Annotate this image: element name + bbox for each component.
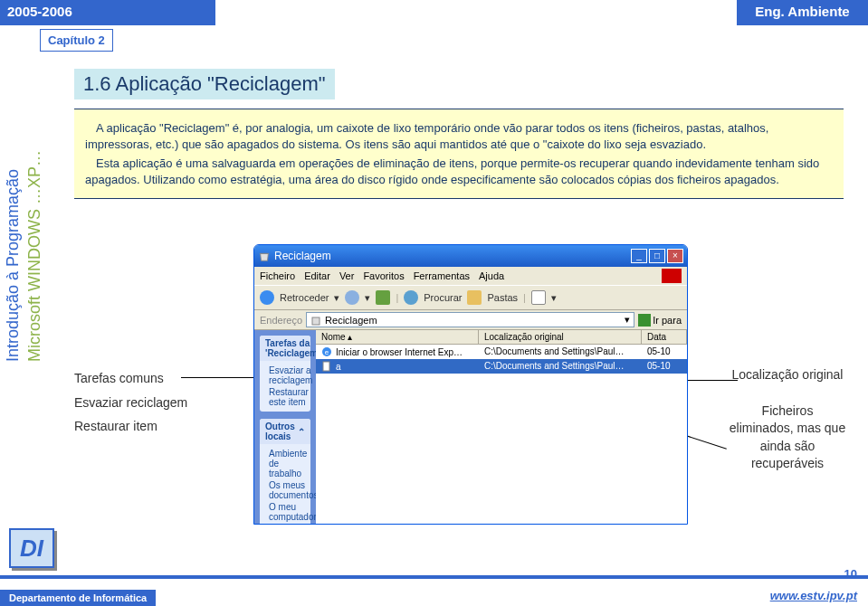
- go-label: Ir para: [653, 315, 682, 326]
- menu-ver[interactable]: Ver: [339, 270, 355, 281]
- col-nome[interactable]: Nome ▴: [316, 330, 479, 344]
- col-localizacao[interactable]: Localização original: [479, 330, 642, 344]
- column-headers: Nome ▴ Localização original Data: [316, 330, 687, 345]
- file-row[interactable]: eIniciar o browser Internet Exp… C:\Docu…: [316, 345, 687, 359]
- file-row[interactable]: a C:\Documents and Settings\Paul… 05-10: [316, 359, 687, 374]
- folders-icon[interactable]: [467, 290, 482, 305]
- address-label: Endereço: [260, 315, 302, 326]
- left-annotations: Tarefas comuns Esvaziar reciclagem Resta…: [74, 366, 187, 439]
- place-computador[interactable]: O meu computador: [265, 501, 305, 523]
- task-restaurar[interactable]: Restaurar este item: [265, 386, 305, 408]
- footer-url: www.estv.ipv.pt: [770, 589, 857, 602]
- panel-outros-locais: Outros locais⌃ Ambiente de trabalho Os m…: [260, 419, 310, 524]
- menu-favoritos[interactable]: Favoritos: [363, 270, 404, 281]
- vertical-os: Microsoft WINDOWS …XP…: [25, 150, 44, 362]
- folders-button[interactable]: Pastas: [487, 292, 518, 303]
- tasks-sidebar: Tarefas da 'Reciclagem'⌃ Esvaziar a reci…: [254, 330, 316, 524]
- address-value: Reciclagem: [325, 315, 377, 326]
- annotation-restaurar: Restaurar item: [74, 414, 187, 439]
- menu-ferramentas[interactable]: Ferramentas: [414, 270, 470, 281]
- close-button[interactable]: ×: [667, 249, 683, 263]
- panel-header[interactable]: Tarefas da 'Reciclagem'⌃: [260, 336, 310, 361]
- minimize-button[interactable]: _: [631, 249, 647, 263]
- views-dropdown-icon[interactable]: ▾: [551, 292, 557, 304]
- vertical-subject: Introdução à Programação: [4, 169, 23, 362]
- search-icon[interactable]: [404, 290, 418, 305]
- menu-ficheiro[interactable]: Ficheiro: [260, 270, 295, 281]
- toolbar: Retroceder ▾ ▾ | Procurar Pastas | ▾: [254, 285, 687, 310]
- course-header: Eng. Ambiente: [737, 0, 868, 25]
- back-icon[interactable]: [260, 290, 274, 305]
- forward-dropdown-icon[interactable]: ▾: [365, 292, 370, 304]
- windows-logo-icon: [662, 269, 682, 283]
- address-dropdown-icon[interactable]: ▾: [625, 314, 630, 326]
- section-title: 1.6 Aplicação "Reciclagem": [74, 69, 335, 99]
- annotation-esvaziar: Esvaziar reciclagem: [74, 391, 187, 415]
- menu-bar: Ficheiro Editar Ver Favoritos Ferramenta…: [254, 267, 687, 285]
- go-icon: [638, 314, 651, 327]
- page-number: 10: [844, 567, 857, 581]
- up-icon[interactable]: [376, 290, 390, 305]
- window-title: Reciclagem: [274, 250, 629, 262]
- svg-rect-0: [312, 317, 320, 325]
- search-button[interactable]: Procurar: [424, 292, 462, 303]
- annotation-line: [683, 380, 738, 381]
- back-button[interactable]: Retroceder: [280, 292, 329, 303]
- recycle-bin-icon: [310, 315, 321, 326]
- panel-tarefas: Tarefas da 'Reciclagem'⌃ Esvaziar a reci…: [260, 336, 310, 412]
- chapter-label: Capítulo 2: [40, 29, 113, 52]
- file-list: Nome ▴ Localização original Data eInicia…: [316, 330, 687, 524]
- paragraph-1: A aplicação "Reciclagem" é, por analogia…: [85, 120, 833, 152]
- collapse-icon[interactable]: ⌃: [298, 427, 305, 437]
- svg-rect-7: [323, 362, 329, 371]
- forward-icon[interactable]: [345, 290, 359, 305]
- right-annotations: Localização original Ficheiros eliminado…: [729, 366, 846, 473]
- task-esvaziar[interactable]: Esvaziar a reciclagem: [265, 365, 305, 386]
- address-field[interactable]: Reciclagem ▾: [306, 312, 634, 327]
- place-documentos[interactable]: Os meus documentos: [265, 479, 305, 501]
- ie-icon: e: [321, 346, 332, 357]
- place-ambiente[interactable]: Ambiente de trabalho: [265, 448, 305, 479]
- views-icon[interactable]: [531, 290, 546, 305]
- annotation-ficheiros: Ficheiros eliminados, mas que ainda são …: [729, 402, 846, 473]
- content-box: A aplicação "Reciclagem" é, por analogia…: [74, 109, 844, 199]
- recycle-bin-icon: [258, 250, 271, 262]
- place-rede[interactable]: Os meus locais na rede: [265, 523, 305, 524]
- maximize-button[interactable]: □: [649, 249, 665, 263]
- address-bar: Endereço Reciclagem ▾ Ir para: [254, 310, 687, 330]
- di-logo: DI: [9, 528, 54, 568]
- svg-text:e: e: [325, 348, 329, 356]
- department-label: Departamento de Informática: [0, 590, 156, 606]
- panel-header[interactable]: Outros locais⌃: [260, 419, 310, 444]
- menu-ajuda[interactable]: Ajuda: [479, 270, 504, 281]
- annotation-tarefas: Tarefas comuns: [74, 366, 187, 391]
- year-header: 2005-2006: [0, 0, 215, 25]
- col-data[interactable]: Data: [642, 330, 687, 344]
- go-button[interactable]: Ir para: [638, 314, 682, 327]
- menu-editar[interactable]: Editar: [304, 270, 330, 281]
- window-reciclagem: Reciclagem _ □ × Ficheiro Editar Ver Fav…: [253, 244, 688, 525]
- annotation-localizacao: Localização original: [729, 366, 846, 384]
- window-titlebar[interactable]: Reciclagem _ □ ×: [254, 245, 687, 267]
- annotation-line: [181, 377, 253, 378]
- paragraph-2: Esta aplicação é uma salvaguarda em oper…: [85, 156, 833, 187]
- file-icon: [321, 361, 332, 372]
- back-dropdown-icon[interactable]: ▾: [334, 292, 339, 304]
